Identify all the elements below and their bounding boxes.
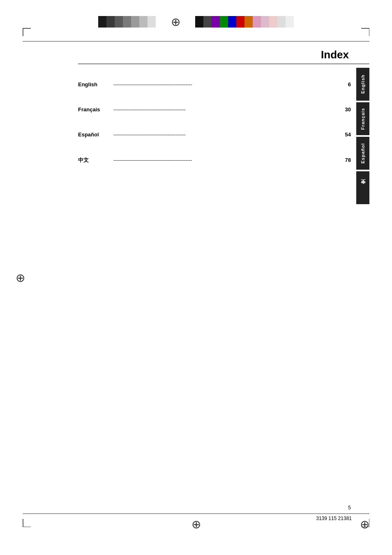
entry-label-chinese: 中文 xyxy=(78,157,111,164)
color-strip-right xyxy=(195,16,294,28)
color-block xyxy=(123,16,131,28)
entry-page-english: 6 xyxy=(348,81,351,88)
lang-tab-espanol[interactable]: Español xyxy=(356,137,369,170)
color-block xyxy=(203,16,212,28)
entry-page-espanol: 54 xyxy=(345,131,351,138)
bottom-crosshair-icon: ⊕ xyxy=(191,518,201,531)
top-rule xyxy=(23,41,369,41)
color-block xyxy=(269,16,277,28)
bottom-right-crosshair-icon: ⊕ xyxy=(360,518,369,531)
color-block xyxy=(286,16,294,28)
top-bar-area: ⊕ xyxy=(0,7,392,36)
entry-label-english: English xyxy=(78,81,111,88)
color-block xyxy=(131,16,139,28)
entry-label-francais: Français xyxy=(78,106,111,113)
color-block xyxy=(236,16,244,28)
index-entry-english: English --------------------------------… xyxy=(78,70,351,95)
index-entry-espanol: Español --------------------------------… xyxy=(78,120,351,145)
lang-tab-francais[interactable]: Français xyxy=(356,102,369,135)
doc-code: 3139 115 21381 xyxy=(316,516,352,521)
color-block xyxy=(228,16,236,28)
index-entry-chinese: 中文 -------------------------------------… xyxy=(78,145,351,171)
color-block xyxy=(106,16,115,28)
lang-tab-english[interactable]: English xyxy=(356,68,369,101)
entry-page-francais: 30 xyxy=(345,106,351,113)
color-block xyxy=(261,16,269,28)
color-block xyxy=(212,16,220,28)
color-block xyxy=(253,16,261,28)
left-crosshair-icon: ⊕ xyxy=(16,271,25,284)
entry-page-chinese: 78 xyxy=(345,157,351,163)
entry-label-espanol: Español xyxy=(78,131,111,138)
color-block xyxy=(195,16,203,28)
page-number: 5 xyxy=(348,505,351,511)
center-crosshair-icon: ⊕ xyxy=(168,14,183,29)
color-block xyxy=(220,16,228,28)
entry-dots-francais: ----------------------------------------… xyxy=(113,107,343,113)
index-entry-francais: Français -------------------------------… xyxy=(78,95,351,120)
color-block xyxy=(244,16,253,28)
color-strip-left xyxy=(98,16,156,28)
color-block xyxy=(139,16,148,28)
lang-tab-chinese[interactable]: 中文 xyxy=(356,171,369,204)
bottom-rule xyxy=(23,514,369,514)
color-block xyxy=(148,16,156,28)
color-block xyxy=(98,16,106,28)
entry-dots-espanol: ----------------------------------------… xyxy=(113,132,343,138)
color-block xyxy=(115,16,123,28)
index-entries: English --------------------------------… xyxy=(78,70,351,171)
title-underline xyxy=(78,64,369,64)
lang-tabs: English Français Español 中文 xyxy=(356,68,369,206)
entry-dots-english: ----------------------------------------… xyxy=(113,82,346,88)
index-title: Index xyxy=(321,48,349,61)
color-block xyxy=(277,16,286,28)
entry-dots-chinese: ----------------------------------------… xyxy=(113,157,343,163)
